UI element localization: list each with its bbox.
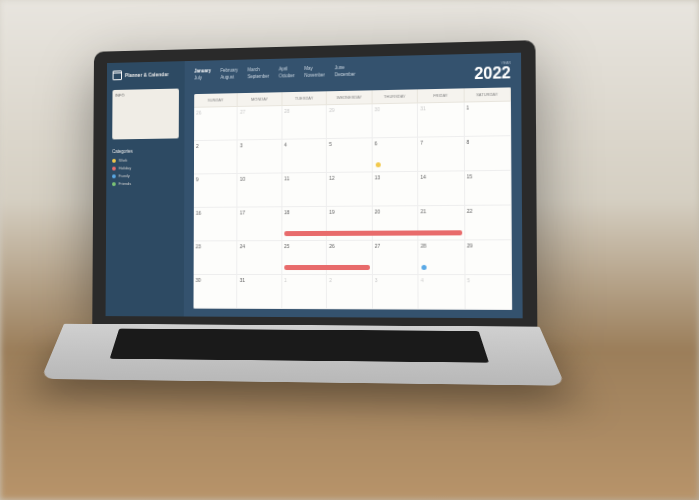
month-tab[interactable]: January [194,68,211,73]
day-header: SUNDAY [194,93,238,108]
day-cell[interactable]: 1 [282,275,327,309]
day-header: WEDNESDAY [327,90,372,105]
day-cell[interactable]: 18 [282,207,327,241]
day-cell[interactable]: 24 [237,241,282,275]
screen-bezel: Planner & Calendar INFO Categories WorkH… [92,40,537,329]
category-item[interactable]: Work [112,157,179,163]
year-value[interactable]: 2022 [474,65,511,82]
category-item[interactable]: Holiday [112,165,179,171]
laptop-mockup: Planner & Calendar INFO Categories WorkH… [91,40,539,420]
day-cell[interactable]: 4 [418,275,465,310]
day-cell[interactable]: 20 [372,206,418,241]
day-header: TUESDAY [282,91,327,106]
day-header: MONDAY [238,92,282,107]
day-cell[interactable]: 26 [194,107,238,141]
day-cell[interactable]: 19 [327,207,372,241]
event-dot[interactable] [375,162,380,167]
day-cell[interactable]: 21 [418,206,465,241]
day-cell[interactable]: 31 [418,103,464,138]
category-color-dot [111,182,115,186]
month-tab[interactable]: June [334,65,355,70]
calendar-header: JanuaryFebruaryMarchAprilMayJuneJulyAugu… [194,61,511,88]
month-tab[interactable]: September [247,74,268,79]
month-tab[interactable]: March [247,67,268,72]
day-cell[interactable]: 16 [193,208,237,242]
month-tab[interactable]: December [334,72,355,77]
day-cell[interactable]: 4 [282,139,327,173]
day-cell[interactable]: 6 [372,138,418,173]
day-cell[interactable]: 3 [237,140,281,174]
day-cell[interactable]: 15 [464,171,511,206]
day-cell[interactable]: 3 [372,275,418,310]
day-cell[interactable]: 30 [193,275,237,309]
category-label: Family [118,173,129,178]
day-cell[interactable]: 26 [327,241,372,275]
day-cell[interactable]: 25 [282,241,327,275]
day-cell[interactable]: 29 [464,240,511,275]
categories-heading: Categories [112,148,179,154]
month-tab[interactable]: October [278,73,294,78]
day-cell[interactable]: 2 [193,140,237,174]
day-cell[interactable]: 12 [327,172,372,206]
event-bar[interactable] [417,230,461,235]
day-cell[interactable]: 7 [418,137,464,172]
day-cell[interactable]: 8 [464,136,511,171]
day-cell[interactable]: 30 [372,103,418,138]
month-selector: JanuaryFebruaryMarchAprilMayJuneJulyAugu… [194,65,355,81]
day-cell[interactable]: 31 [237,275,282,309]
day-cell[interactable]: 22 [464,205,511,240]
category-color-dot [112,158,116,162]
calendar-icon [112,70,121,80]
event-dot[interactable] [421,265,426,270]
day-header: SATURDAY [464,87,511,102]
info-panel: INFO [112,89,179,140]
event-bar[interactable] [371,230,418,235]
day-cell[interactable]: 28 [282,105,327,140]
category-color-dot [112,174,116,178]
day-cell[interactable]: 5 [327,138,372,173]
day-header: FRIDAY [418,88,464,103]
app-title: Planner & Calendar [112,69,178,80]
year-block: YEAR 2022 [474,61,511,82]
day-cell[interactable]: 28 [418,240,465,275]
app-title-text: Planner & Calendar [124,71,168,78]
day-cell[interactable]: 29 [327,104,372,139]
day-cell[interactable]: 10 [237,173,281,207]
event-bar[interactable] [284,265,327,270]
main-panel: JanuaryFebruaryMarchAprilMayJuneJulyAugu… [183,53,522,319]
event-bar[interactable] [284,231,327,236]
day-cell[interactable]: 11 [282,173,327,207]
day-cell[interactable]: 9 [193,174,237,208]
info-label: INFO [115,92,176,98]
day-cell[interactable]: 5 [465,275,512,310]
month-tab[interactable]: August [220,74,237,79]
category-label: Holiday [118,165,131,170]
month-tab[interactable]: April [278,66,294,71]
category-item[interactable]: Family [112,173,179,179]
month-tab[interactable]: February [220,68,237,73]
event-bar[interactable] [326,265,369,270]
category-color-dot [112,166,116,170]
month-tab[interactable]: May [304,66,324,71]
category-label: Friends [118,181,131,186]
calendar-grid: SUNDAYMONDAYTUESDAYWEDNESDAYTHURSDAYFRID… [193,87,512,310]
day-header: THURSDAY [372,89,418,104]
day-cell[interactable]: 27 [372,241,418,275]
app-screen: Planner & Calendar INFO Categories WorkH… [105,53,522,319]
day-cell[interactable]: 27 [237,106,281,140]
month-tab[interactable]: November [304,72,324,77]
day-cell[interactable]: 2 [327,275,373,309]
sidebar: Planner & Calendar INFO Categories WorkH… [105,61,184,316]
category-item[interactable]: Friends [111,181,178,187]
laptop-keyboard [40,324,565,386]
category-label: Work [118,158,127,163]
day-cell[interactable]: 23 [193,241,237,275]
categories-list: WorkHolidayFamilyFriends [111,157,178,186]
event-bar[interactable] [326,231,372,236]
day-cell[interactable]: 13 [372,172,418,207]
day-cell[interactable]: 14 [418,171,464,206]
month-tab[interactable]: July [194,75,211,80]
day-cell[interactable]: 17 [237,207,281,241]
day-cell[interactable]: 1 [464,102,511,137]
